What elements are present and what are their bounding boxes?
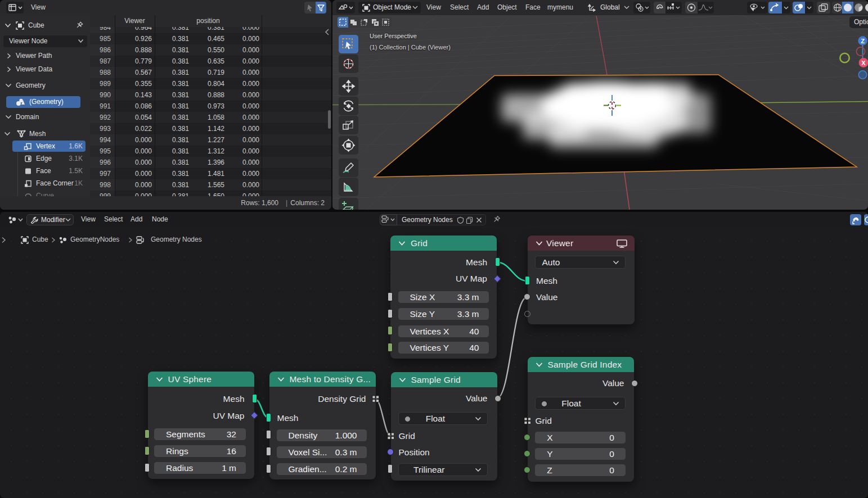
svg-text:Z: Z — [861, 38, 865, 44]
svg-text:X: X — [861, 60, 866, 66]
